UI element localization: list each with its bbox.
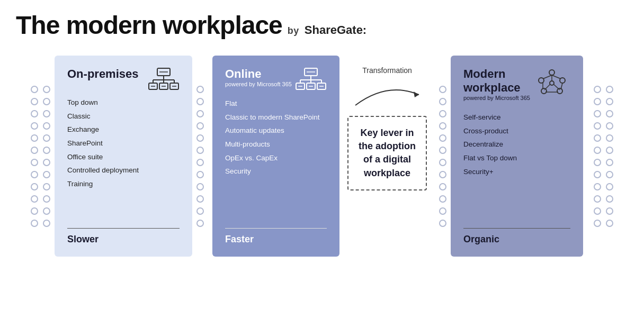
dot — [594, 220, 601, 227]
dots-col-2 — [435, 56, 451, 257]
svg-line-33 — [552, 75, 561, 79]
modern-card: Modernworkplace powered by Microsoft 365 — [451, 56, 583, 257]
list-item: Controlled deployment — [67, 163, 180, 177]
dot — [594, 86, 601, 93]
dot — [606, 159, 613, 166]
brand-label: ShareGate: — [305, 23, 366, 37]
dot — [594, 122, 601, 130]
list-item: Training — [67, 177, 180, 191]
page-title: The modern workplace — [16, 11, 282, 40]
dot — [439, 171, 446, 178]
online-list: Flat Classic to modern SharePoint Automa… — [225, 97, 327, 220]
svg-marker-26 — [414, 92, 419, 97]
dot — [594, 98, 601, 105]
dot — [594, 183, 601, 190]
dot — [196, 110, 204, 117]
dot — [439, 195, 446, 203]
dot — [43, 207, 50, 215]
dot — [439, 183, 446, 190]
left-dots: // Dots generated below — [26, 56, 55, 257]
network-icon-onprem — [148, 67, 180, 94]
by-label: by — [288, 25, 299, 37]
on-premises-title: On-premises — [67, 67, 139, 81]
dots-col-1 — [192, 56, 208, 257]
dot — [196, 86, 204, 93]
dot — [43, 86, 50, 93]
dot — [606, 183, 613, 190]
list-item: OpEx vs. CapEx — [225, 151, 327, 165]
online-footer: Faster — [225, 234, 327, 245]
dot — [606, 220, 613, 227]
online-header: Online powered by Microsoft 365 — [225, 67, 327, 95]
dot — [594, 110, 601, 117]
main-content: // Dots generated below On-premises — [16, 56, 628, 257]
list-item: Classic to modern SharePoint — [225, 111, 327, 124]
dot — [31, 134, 38, 142]
svg-line-37 — [543, 75, 552, 79]
dot — [606, 147, 613, 154]
page-header: The modern workplace by ShareGate: — [16, 11, 628, 40]
dot — [196, 220, 204, 227]
list-item: Security+ — [463, 165, 570, 179]
dot — [439, 122, 446, 130]
dot — [196, 183, 204, 190]
dot — [31, 159, 38, 166]
online-title-block: Online powered by Microsoft 365 — [225, 67, 292, 95]
modern-title: Modernworkplace — [463, 67, 530, 95]
modern-divider — [463, 228, 570, 229]
online-subtitle: powered by Microsoft 365 — [225, 81, 292, 87]
transformation-section: Transformation Key lever in the adoption… — [339, 56, 435, 257]
list-item: Decentralize — [463, 138, 570, 151]
network-icon-online — [295, 67, 327, 94]
dot — [594, 134, 601, 142]
dot — [196, 134, 204, 142]
dot — [594, 207, 601, 215]
right-dots — [589, 56, 618, 257]
transformation-arrow — [350, 79, 424, 111]
dot — [594, 147, 601, 154]
list-item: Flat — [225, 97, 327, 111]
modern-subtitle: powered by Microsoft 365 — [463, 95, 530, 101]
on-premises-footer: Slower — [67, 234, 180, 245]
dot — [196, 159, 204, 166]
dot — [594, 159, 601, 166]
dot — [43, 98, 50, 105]
transformation-label: Transformation — [362, 66, 412, 75]
dot — [43, 147, 50, 154]
online-divider — [225, 228, 327, 229]
dot — [43, 134, 50, 142]
dot — [439, 207, 446, 215]
dot — [31, 122, 38, 130]
modern-footer: Organic — [463, 234, 570, 245]
dot — [606, 134, 613, 142]
list-item: Office suite — [67, 150, 180, 164]
on-premises-header: On-premises — [67, 67, 180, 94]
dot — [439, 134, 446, 142]
dot — [439, 86, 446, 93]
dot — [31, 171, 38, 178]
dot — [43, 183, 50, 190]
on-premises-divider — [67, 228, 180, 229]
dot — [43, 195, 50, 203]
dot — [196, 195, 204, 203]
list-item: Flat vs Top down — [463, 151, 570, 165]
online-card: Online powered by Microsoft 365 — [212, 56, 339, 257]
list-item: Security — [225, 165, 327, 178]
dot — [31, 220, 38, 227]
list-item: Cross-product — [463, 124, 570, 138]
dot — [31, 195, 38, 203]
online-title: Online — [225, 67, 292, 81]
key-lever-box: Key lever in the adoption of a digital w… — [347, 116, 427, 190]
dot — [606, 171, 613, 178]
svg-line-39 — [553, 84, 560, 90]
modern-header: Modernworkplace powered by Microsoft 365 — [463, 67, 570, 108]
dot — [606, 98, 613, 105]
dot — [606, 86, 613, 93]
dot — [43, 159, 50, 166]
dot — [43, 110, 50, 117]
modern-title-block: Modernworkplace powered by Microsoft 365 — [463, 67, 530, 108]
dot — [196, 147, 204, 154]
on-premises-list: Top down Classic Exchange SharePoint Off… — [67, 96, 180, 220]
molecule-icon — [533, 67, 570, 96]
list-item: Multi-products — [225, 138, 327, 151]
